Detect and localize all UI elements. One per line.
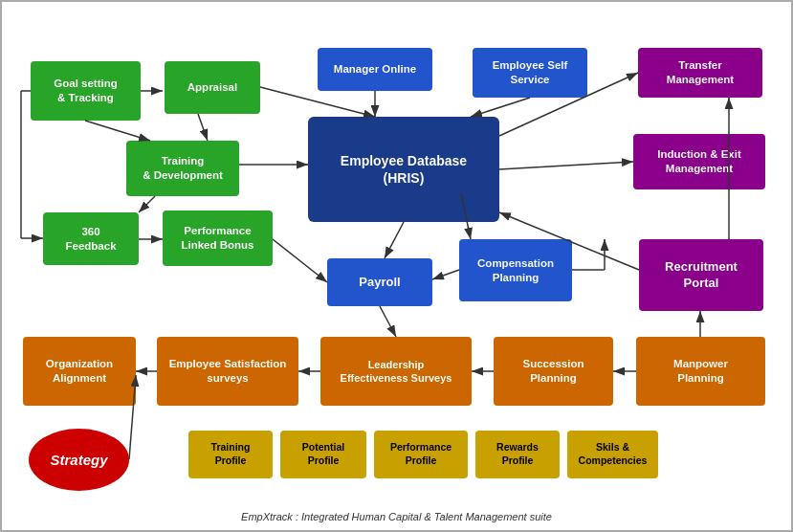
training-dev-box: Training & Development: [126, 141, 239, 196]
comp-planning-box: Compensation Planning: [459, 239, 572, 301]
performance-profile-box: Performance Profile: [374, 431, 468, 478]
manager-online-box: Manager Online: [318, 48, 432, 91]
diagram-wrapper: Goal setting & Tracking Appraisal Traini…: [0, 0, 793, 532]
svg-line-11: [471, 98, 530, 117]
recruitment-box: Recruitment Portal: [639, 239, 763, 311]
svg-line-18: [380, 306, 396, 337]
svg-line-14: [432, 270, 459, 279]
perf-bonus-box: Performance Linked Bonus: [163, 211, 273, 266]
manpower-box: Manpower Planning: [636, 337, 765, 406]
leadership-box: Leadership Effectiveness Surveys: [320, 337, 472, 406]
potential-profile-box: Potential Profile: [280, 431, 366, 478]
appraisal-box: Appraisal: [165, 61, 260, 114]
svg-line-4: [198, 114, 208, 141]
footer-text: EmpXtrack : Integrated Human Capital & T…: [241, 511, 552, 522]
goal-setting-box: Goal setting & Tracking: [31, 61, 141, 121]
induction-exit-box: Induction & Exit Management: [633, 134, 765, 189]
svg-line-9: [260, 87, 375, 117]
employee-db-box: Employee Database (HRIS): [308, 117, 499, 222]
svg-line-16: [499, 162, 633, 169]
feedback-360-box: 360 Feedback: [43, 212, 139, 265]
svg-line-5: [139, 196, 155, 212]
svg-line-3: [85, 121, 150, 141]
strategy-oval: Strategy: [29, 429, 129, 491]
svg-line-12: [385, 222, 404, 258]
payroll-box: Payroll: [327, 258, 432, 306]
employee-self-box: Employee Self Service: [473, 48, 587, 98]
transfer-mgmt-box: Transfer Management: [638, 48, 762, 98]
svg-line-7: [273, 239, 327, 282]
training-profile-box: Training Profile: [188, 431, 273, 478]
skills-comp-box: Skils & Competencies: [567, 431, 658, 478]
rewards-profile-box: Rewards Profile: [475, 431, 560, 478]
emp-satisfaction-box: Employee Satisfaction surveys: [157, 337, 298, 406]
succession-box: Succession Planning: [494, 337, 613, 406]
org-alignment-box: Organization Alignment: [23, 337, 136, 406]
